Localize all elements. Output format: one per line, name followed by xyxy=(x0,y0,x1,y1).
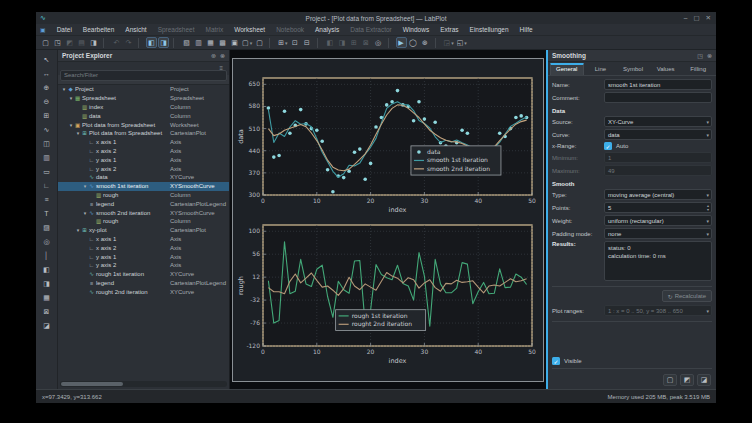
tree-row-y-axis-2[interactable]: ∟y axis 2Axis xyxy=(58,261,229,270)
explorer-hscrollbar-thumb[interactable] xyxy=(61,382,123,386)
break-layout-button[interactable]: ⊠ xyxy=(361,37,372,48)
menu-analysis[interactable]: Analysis xyxy=(315,26,339,33)
pan-tool-button[interactable]: ↔ xyxy=(40,67,54,80)
tree-row-y-axis-2[interactable]: ∟y axis 2Axis xyxy=(58,164,229,173)
undo-button[interactable]: ↶ xyxy=(111,37,122,48)
tree-row-legend[interactable]: ≡legendCartesianPlotLegend xyxy=(58,279,229,288)
menu-ansicht[interactable]: Ansicht xyxy=(125,26,146,33)
vertical-layout-tool-button[interactable]: ◧ xyxy=(40,263,54,276)
zoom-mode-button[interactable]: ◲▾ xyxy=(443,37,455,48)
toggle-properties-dock-button[interactable]: ◨ xyxy=(158,37,169,48)
plot-area-top[interactable]: 30037044051058065001020304050indexdatada… xyxy=(237,73,539,214)
tree-row-plot-data-from-spreadsheet[interactable]: ▾▣Plot data from SpreadsheetWorksheet xyxy=(58,120,229,129)
explorer-close-icon[interactable]: ⊗ xyxy=(220,52,225,59)
menu-extras[interactable]: Extras xyxy=(440,26,458,33)
zoom-in-tool-button[interactable]: ⊕ xyxy=(40,81,54,94)
comment-field[interactable] xyxy=(604,92,712,103)
tab-line[interactable]: Line xyxy=(585,63,617,75)
magnification-button[interactable]: ◱▾ xyxy=(456,37,468,48)
tab-general[interactable]: General xyxy=(550,63,584,75)
add-image-tool-button[interactable]: ▨ xyxy=(40,221,54,234)
zoom-select-button[interactable]: ◯ xyxy=(408,37,419,48)
add-equation-curve-button[interactable]: ◫ xyxy=(40,137,54,150)
filter-icon[interactable]: ≡ xyxy=(219,65,223,71)
break-layout-tool-button[interactable]: ⊠ xyxy=(40,305,54,318)
new-workbook-button[interactable]: ▥ xyxy=(193,37,204,48)
name-field[interactable] xyxy=(604,79,712,90)
tree-row-rough[interactable]: ▥roughColumn xyxy=(58,217,229,226)
visible-checkbox[interactable]: ✓ xyxy=(552,357,560,365)
spinner-arrows-icon[interactable]: ▴▾ xyxy=(707,204,709,210)
tree-row-y-axis-1[interactable]: ∟y axis 1Axis xyxy=(58,155,229,164)
source-combobox[interactable]: XY-Curve ▾ xyxy=(604,116,712,127)
dock-close-icon[interactable]: ⊗ xyxy=(707,52,712,59)
horizontal-layout-button[interactable]: ◨ xyxy=(337,37,348,48)
tree-row-x-axis-2[interactable]: ∟x axis 2Axis xyxy=(58,147,229,156)
tab-symbol[interactable]: Symbol xyxy=(617,63,649,75)
search-input[interactable] xyxy=(60,70,227,81)
dock-export-button[interactable]: ◪ xyxy=(697,374,711,386)
tab-filling[interactable]: Filling xyxy=(682,63,714,75)
maximize-button[interactable]: ▢ xyxy=(693,13,699,23)
add-text-label-tool-button[interactable]: T xyxy=(40,207,54,220)
tree-row-x-axis-1[interactable]: ∟x axis 1Axis xyxy=(58,138,229,147)
project-explorer-header[interactable]: Project Explorer ⊛⊗ xyxy=(58,50,229,62)
tree-row-smooth-2nd-iteration[interactable]: ▾∿smooth 2nd iterationXYSmoothCurve xyxy=(58,208,229,217)
menu-einstellungen[interactable]: Einstellungen xyxy=(470,26,509,33)
new-spreadsheet-button[interactable]: ▦ xyxy=(205,37,216,48)
smoothing-dock-header[interactable]: Smoothing ◳⊗ xyxy=(548,50,716,62)
menu-bearbeiten[interactable]: Bearbeiten xyxy=(83,26,114,33)
menu-worksheet[interactable]: Worksheet xyxy=(234,26,265,33)
dock-float-icon[interactable]: ◳ xyxy=(697,52,703,59)
padding-mode-combobox[interactable]: none ▾ xyxy=(604,228,712,239)
dock-add-button[interactable]: ▢ xyxy=(663,374,677,386)
new-folder-button[interactable]: ▧ xyxy=(181,37,192,48)
tree-row-legend[interactable]: ≡legendCartesianPlotLegend xyxy=(58,199,229,208)
add-cartesian-plot-button[interactable]: ⊞ xyxy=(40,109,54,122)
navigate-button[interactable]: ▶ xyxy=(396,37,407,48)
worksheet-view[interactable]: 30037044051058065001020304050indexdatada… xyxy=(230,50,546,389)
vertical-layout-button[interactable]: ◧ xyxy=(325,37,336,48)
export-button[interactable]: ◨ xyxy=(88,37,99,48)
menu-windows[interactable]: Windows xyxy=(403,26,429,33)
new-worksheet-button[interactable]: ▣ xyxy=(229,37,240,48)
explorer-settings-icon[interactable]: ⊛ xyxy=(211,52,216,59)
tree-row-plot-data-from-spreadsheet[interactable]: ▾⊞Plot data from SpreadsheetCartesianPlo… xyxy=(58,129,229,138)
tree-row-index[interactable]: ▥indexColumn xyxy=(58,103,229,112)
worksheet-page[interactable]: 30037044051058065001020304050indexdatada… xyxy=(232,58,544,382)
tree-row-rough[interactable]: ▥roughColumn xyxy=(58,191,229,200)
plot-area-bottom[interactable]: -120-76-32125610001020304050indexroughro… xyxy=(237,220,539,365)
add-boxplot-button[interactable]: ▭ xyxy=(40,165,54,178)
zoom-out-tool-button[interactable]: ⊖ xyxy=(40,95,54,108)
tree-row-y-axis-1[interactable]: ∟y axis 1Axis xyxy=(58,252,229,261)
title-bar[interactable]: ∿ Project - [Plot data from Spreadsheet]… xyxy=(36,12,716,24)
tree-row-x-axis-1[interactable]: ∟x axis 1Axis xyxy=(58,235,229,244)
add-curve-button[interactable]: ∿ xyxy=(40,123,54,136)
tree-row-x-axis-2[interactable]: ∟x axis 2Axis xyxy=(58,243,229,252)
explorer-hscrollbar[interactable] xyxy=(60,381,227,387)
new-analysis-button[interactable]: ▢▾ xyxy=(241,37,253,48)
menu-datei[interactable]: Datei xyxy=(57,26,72,33)
recalculate-button[interactable]: ↻ Recalculate xyxy=(662,290,712,302)
add-legend-button[interactable]: ≡ xyxy=(40,193,54,206)
tree-row-project[interactable]: ▾◆ProjectProject xyxy=(58,85,229,94)
open-project-button[interactable]: ◳ xyxy=(52,37,63,48)
tree-row-spreadsheet[interactable]: ▾▦SpreadsheetSpreadsheet xyxy=(58,94,229,103)
tab-values[interactable]: Values xyxy=(650,63,682,75)
tree-row-rough-1st-iteration[interactable]: ∿rough 1st iterationXYCurve xyxy=(58,270,229,279)
type-combobox[interactable]: moving average (central) ▾ xyxy=(604,189,712,200)
grid-layout-tool-button[interactable]: ▦ xyxy=(40,291,54,304)
fit-selection-button[interactable]: ◎ xyxy=(373,37,384,48)
save-project-button[interactable]: ◩ xyxy=(64,37,75,48)
new-project-button[interactable]: ▢ xyxy=(40,37,51,48)
curve-combobox[interactable]: data ▾ xyxy=(604,129,712,140)
redo-button[interactable]: ↷ xyxy=(123,37,134,48)
grid-layout-button[interactable]: ⊞ xyxy=(349,37,360,48)
add-info-element-button[interactable]: ◎ xyxy=(40,235,54,248)
close-button[interactable]: ✕ xyxy=(706,13,711,23)
select-tool-button[interactable]: ↖ xyxy=(40,53,54,66)
new-datapicker-button[interactable]: ▢ xyxy=(254,37,265,48)
menu-hilfe[interactable]: Hilfe xyxy=(520,26,533,33)
horizontal-layout-tool-button[interactable]: ◨ xyxy=(40,277,54,290)
auto-checkbox[interactable]: ✓ xyxy=(604,142,612,150)
